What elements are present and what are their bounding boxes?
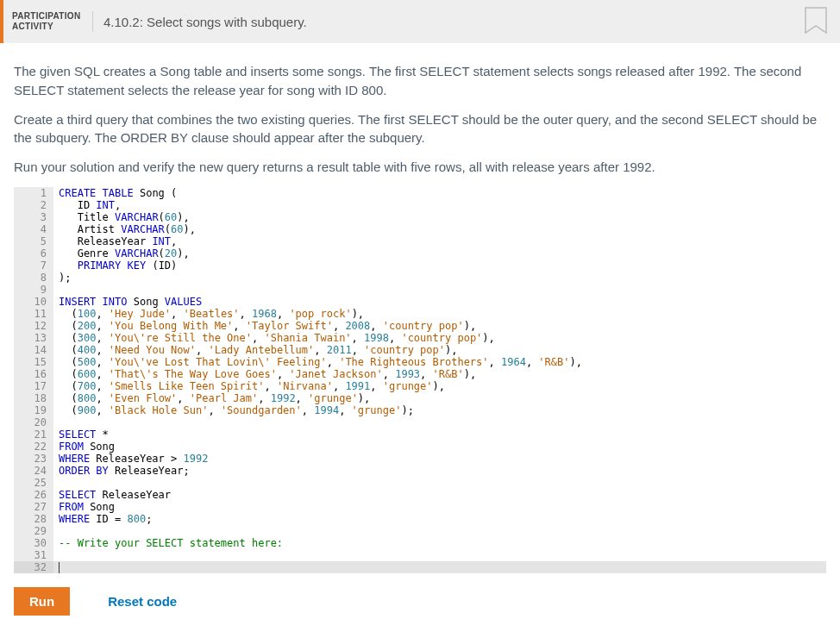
run-button[interactable]: Run	[14, 587, 70, 616]
code-content[interactable]: CREATE TABLE Song (	[53, 187, 826, 199]
code-line[interactable]: 12 (200, 'You Belong With Me', 'Taylor S…	[14, 320, 826, 332]
code-line[interactable]: 17 (700, 'Smells Like Teen Spirit', 'Nir…	[14, 380, 826, 392]
code-line[interactable]: 16 (600, 'That\'s The Way Love Goes', 'J…	[14, 368, 826, 380]
line-number: 29	[14, 525, 53, 537]
line-number: 14	[14, 344, 53, 356]
code-line[interactable]: 30-- Write your SELECT statement here:	[14, 537, 826, 549]
code-content[interactable]: (600, 'That\'s The Way Love Goes', 'Jane…	[53, 368, 826, 380]
code-content[interactable]: (200, 'You Belong With Me', 'Taylor Swif…	[53, 320, 826, 332]
code-content[interactable]: Artist VARCHAR(60),	[53, 223, 826, 235]
line-number: 28	[14, 513, 53, 525]
description-p2: Create a third query that combines the t…	[14, 110, 826, 148]
code-line[interactable]: 1CREATE TABLE Song (	[14, 187, 826, 199]
code-line[interactable]: 8);	[14, 272, 826, 284]
code-content[interactable]: -- Write your SELECT statement here:	[53, 537, 826, 549]
code-line[interactable]: 2 ID INT,	[14, 199, 826, 211]
code-line[interactable]: 5 ReleaseYear INT,	[14, 235, 826, 247]
code-line[interactable]: 3 Title VARCHAR(60),	[14, 211, 826, 223]
line-number: 5	[14, 235, 53, 247]
code-line[interactable]: 27FROM Song	[14, 501, 826, 513]
code-content[interactable]	[53, 561, 826, 573]
code-content[interactable]	[53, 416, 826, 428]
code-content[interactable]: ORDER BY ReleaseYear;	[53, 465, 826, 477]
code-content[interactable]: PRIMARY KEY (ID)	[53, 259, 826, 272]
code-line[interactable]: 10INSERT INTO Song VALUES	[14, 296, 826, 308]
code-content[interactable]	[53, 549, 826, 561]
code-content[interactable]: Title VARCHAR(60),	[53, 211, 826, 223]
code-line[interactable]: 6 Genre VARCHAR(20),	[14, 247, 826, 259]
code-content[interactable]: (100, 'Hey Jude', 'Beatles', 1968, 'pop …	[53, 308, 826, 320]
code-line[interactable]: 4 Artist VARCHAR(60),	[14, 223, 826, 235]
code-line[interactable]: 14 (400, 'Need You Now', 'Lady Antebellu…	[14, 344, 826, 356]
activity-label-line2: ACTIVITY	[12, 22, 53, 31]
code-line[interactable]: 15 (500, 'You\'ve Lost That Lovin\' Feel…	[14, 356, 826, 368]
code-content[interactable]: WHERE ID = 800;	[53, 513, 826, 525]
code-content[interactable]: (300, 'You\'re Still the One', 'Shania T…	[53, 332, 826, 344]
code-line[interactable]: 29	[14, 525, 826, 537]
line-number: 11	[14, 308, 53, 320]
code-content[interactable]: (800, 'Even Flow', 'Pearl Jam', 1992, 'g…	[53, 392, 826, 404]
activity-label-line1: PARTICIPATION	[12, 11, 80, 21]
code-content[interactable]: (500, 'You\'ve Lost That Lovin\' Feeling…	[53, 356, 826, 368]
code-content[interactable]: INSERT INTO Song VALUES	[53, 296, 826, 308]
code-line[interactable]: 22FROM Song	[14, 441, 826, 453]
line-number: 26	[14, 489, 53, 501]
code-content[interactable]: WHERE ReleaseYear > 1992	[53, 453, 826, 465]
line-number: 30	[14, 537, 53, 549]
code-content[interactable]: ReleaseYear INT,	[53, 235, 826, 247]
code-line[interactable]: 19 (900, 'Black Hole Sun', 'Soundgarden'…	[14, 404, 826, 416]
code-line[interactable]: 26SELECT ReleaseYear	[14, 489, 826, 501]
activity-title-text: Select songs with subquery.	[147, 15, 307, 29]
code-content[interactable]: (400, 'Need You Now', 'Lady Antebellum',…	[53, 344, 826, 356]
line-number: 32	[14, 561, 53, 573]
line-number: 31	[14, 549, 53, 561]
code-content[interactable]: FROM Song	[53, 501, 826, 513]
code-line[interactable]: 18 (800, 'Even Flow', 'Pearl Jam', 1992,…	[14, 392, 826, 404]
line-number: 23	[14, 453, 53, 465]
code-content[interactable]: FROM Song	[53, 441, 826, 453]
line-number: 27	[14, 501, 53, 513]
line-number: 4	[14, 223, 53, 235]
bookmark-icon[interactable]	[804, 7, 828, 36]
code-line[interactable]: 25	[14, 477, 826, 489]
code-line[interactable]: 28WHERE ID = 800;	[14, 513, 826, 525]
line-number: 8	[14, 272, 53, 284]
code-content[interactable]: SELECT ReleaseYear	[53, 489, 826, 501]
code-line[interactable]: 11 (100, 'Hey Jude', 'Beatles', 1968, 'p…	[14, 308, 826, 320]
code-content[interactable]	[53, 477, 826, 489]
line-number: 19	[14, 404, 53, 416]
code-line[interactable]: 21SELECT *	[14, 428, 826, 441]
line-number: 13	[14, 332, 53, 344]
line-number: 21	[14, 428, 53, 441]
code-content[interactable]: );	[53, 272, 826, 284]
activity-number: 4.10.2:	[103, 15, 143, 29]
code-line[interactable]: 31	[14, 549, 826, 561]
reset-code-link[interactable]: Reset code	[108, 594, 177, 609]
code-line[interactable]: 9	[14, 284, 826, 296]
button-row: Run Reset code	[0, 580, 840, 619]
code-content[interactable]	[53, 525, 826, 537]
code-editor[interactable]: 1CREATE TABLE Song (2 ID INT,3 Title VAR…	[14, 187, 826, 573]
line-number: 18	[14, 392, 53, 404]
line-number: 22	[14, 441, 53, 453]
code-content[interactable]: SELECT *	[53, 428, 826, 441]
cursor	[59, 562, 60, 573]
code-line[interactable]: 20	[14, 416, 826, 428]
description-p1: The given SQL creates a Song table and i…	[14, 62, 826, 100]
code-line[interactable]: 13 (300, 'You\'re Still the One', 'Shani…	[14, 332, 826, 344]
activity-content: The given SQL creates a Song table and i…	[0, 43, 840, 580]
code-content[interactable]: Genre VARCHAR(20),	[53, 247, 826, 259]
code-content[interactable]: (700, 'Smells Like Teen Spirit', 'Nirvan…	[53, 380, 826, 392]
code-line[interactable]: 32	[14, 561, 826, 573]
line-number: 7	[14, 259, 53, 272]
code-content[interactable]	[53, 284, 826, 296]
code-line[interactable]: 24ORDER BY ReleaseYear;	[14, 465, 826, 477]
line-number: 9	[14, 284, 53, 296]
line-number: 25	[14, 477, 53, 489]
line-number: 17	[14, 380, 53, 392]
code-content[interactable]: ID INT,	[53, 199, 826, 211]
code-line[interactable]: 7 PRIMARY KEY (ID)	[14, 259, 826, 272]
code-line[interactable]: 23WHERE ReleaseYear > 1992	[14, 453, 826, 465]
code-content[interactable]: (900, 'Black Hole Sun', 'Soundgarden', 1…	[53, 404, 826, 416]
line-number: 1	[14, 187, 53, 199]
